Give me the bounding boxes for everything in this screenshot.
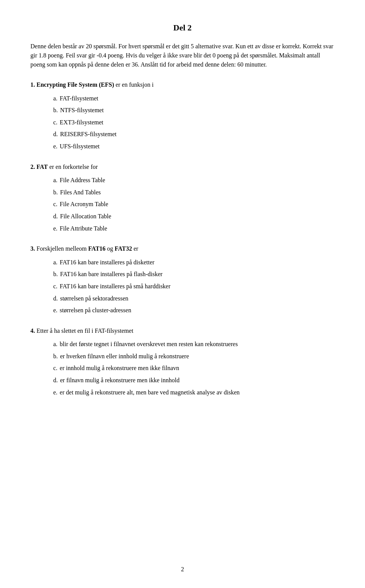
option-label: b. <box>53 271 58 277</box>
question-2-text: 2. FAT er en forkortelse for <box>30 162 335 172</box>
list-item: e.størrelsen på cluster-adressen <box>53 305 335 315</box>
option-text: REISERFS-filsystemet <box>60 131 116 137</box>
option-text: File Allocation Table <box>60 213 111 219</box>
option-label: e. <box>53 389 57 396</box>
page-number: 2 <box>0 566 365 573</box>
list-item: d.størrelsen på sektoradressen <box>53 294 335 304</box>
option-label: a. <box>53 177 57 183</box>
question-4-text: 4. Etter å ha slettet en fil i FAT-filsy… <box>30 326 335 336</box>
option-text: er innhold mulig å rekonstruere men ikke… <box>60 365 179 371</box>
question-2-options: a.File Address Table b.Files And Tables … <box>30 175 335 233</box>
question-2-number: 2. <box>30 164 35 170</box>
option-text: FAT-filsystemet <box>60 95 98 102</box>
question-3: 3. Forskjellen melleom FAT16 og FAT32 er… <box>30 244 335 315</box>
list-item: e.UFS-filsystemet <box>53 141 335 151</box>
option-text: FAT16 kan bare installeres på disketter <box>60 259 154 265</box>
option-label: c. <box>53 201 57 207</box>
option-text: FAT16 kan bare installeres på flash-disk… <box>60 271 162 277</box>
option-label: e. <box>53 143 57 149</box>
list-item: c.EXT3-filsystemet <box>53 118 335 127</box>
question-1-number: 1. <box>30 81 35 88</box>
question-1-text: 1. Encrypting File System (EFS) er en fu… <box>30 80 335 90</box>
question-2: 2. FAT er en forkortelse for a.File Addr… <box>30 162 335 234</box>
list-item: a.blir det første tegnet i filnavnet ove… <box>53 339 335 349</box>
option-text: størrelsen på cluster-adressen <box>60 307 131 313</box>
list-item: c.File Acronym Table <box>53 199 335 209</box>
question-4-label: Etter å ha slettet en fil i FAT-filsyste… <box>36 327 133 334</box>
question-4: 4. Etter å ha slettet en fil i FAT-filsy… <box>30 326 335 397</box>
option-label: e. <box>53 307 57 313</box>
option-label: b. <box>53 107 58 113</box>
question-3-text: 3. Forskjellen melleom FAT16 og FAT32 er <box>30 244 335 254</box>
option-text: blir det første tegnet i filnavnet overs… <box>60 341 238 347</box>
option-label: a. <box>53 259 57 265</box>
question-1: 1. Encrypting File System (EFS) er en fu… <box>30 80 335 151</box>
list-item: a.FAT16 kan bare installeres på diskette… <box>53 257 335 267</box>
list-item: b.NTFS-filsystemet <box>53 105 335 115</box>
list-item: c.FAT16 kan bare installeres på små hard… <box>53 281 335 291</box>
option-label: b. <box>53 189 58 195</box>
question-2-label: FAT er en forkortelse for <box>36 164 98 170</box>
page: Del 2 Denne delen består av 20 spørsmål.… <box>0 0 365 588</box>
option-label: d. <box>53 295 58 302</box>
option-text: størrelsen på sektoradressen <box>60 295 129 302</box>
option-label: a. <box>53 95 57 102</box>
question-4-number: 4. <box>30 327 35 334</box>
page-title: Del 2 <box>30 23 335 33</box>
option-text: er det mulig å rekonstruere alt, men bar… <box>60 389 240 396</box>
option-text: File Attribute Table <box>60 225 107 232</box>
option-label: a. <box>53 341 57 347</box>
list-item: d.File Allocation Table <box>53 211 335 221</box>
option-label: c. <box>53 119 57 126</box>
question-3-options: a.FAT16 kan bare installeres på diskette… <box>30 257 335 315</box>
option-label: e. <box>53 225 57 232</box>
list-item: e.File Attribute Table <box>53 224 335 234</box>
option-label: d. <box>53 377 58 383</box>
option-text: File Address Table <box>60 177 105 183</box>
question-1-label: Encrypting File System (EFS) er en funks… <box>36 81 154 88</box>
option-text: er filnavn mulig å rekonstruere men ikke… <box>60 377 179 383</box>
question-4-options: a.blir det første tegnet i filnavnet ove… <box>30 339 335 397</box>
list-item: a.FAT-filsystemet <box>53 94 335 103</box>
intro-section: Denne delen består av 20 spørsmål. For h… <box>30 42 335 69</box>
option-label: d. <box>53 131 58 137</box>
option-label: d. <box>53 213 58 219</box>
list-item: b.Files And Tables <box>53 188 335 197</box>
option-text: FAT16 kan bare installeres på små harddi… <box>60 283 170 289</box>
option-text: EXT3-filsystemet <box>60 119 103 126</box>
question-3-number: 3. <box>30 245 35 252</box>
option-text: File Acronym Table <box>60 201 108 207</box>
option-label: c. <box>53 283 57 289</box>
question-1-options: a.FAT-filsystemet b.NTFS-filsystemet c.E… <box>30 94 335 151</box>
option-text: er hverken filnavn eller innhold mulig å… <box>60 353 189 359</box>
list-item: e.er det mulig å rekonstruere alt, men b… <box>53 388 335 397</box>
list-item: a.File Address Table <box>53 175 335 185</box>
option-label: c. <box>53 365 57 371</box>
list-item: d.er filnavn mulig å rekonstruere men ik… <box>53 375 335 385</box>
option-text: UFS-filsystemet <box>60 143 100 149</box>
list-item: d.REISERFS-filsystemet <box>53 129 335 139</box>
question-3-label: Forskjellen melleom FAT16 og FAT32 er <box>36 245 138 252</box>
option-text: NTFS-filsystemet <box>60 107 104 113</box>
list-item: c.er innhold mulig å rekonstruere men ik… <box>53 363 335 373</box>
list-item: b.FAT16 kan bare installeres på flash-di… <box>53 269 335 279</box>
option-text: Files And Tables <box>60 189 101 195</box>
list-item: b.er hverken filnavn eller innhold mulig… <box>53 351 335 361</box>
intro-paragraph: Denne delen består av 20 spørsmål. For h… <box>30 42 335 69</box>
option-label: b. <box>53 353 58 359</box>
